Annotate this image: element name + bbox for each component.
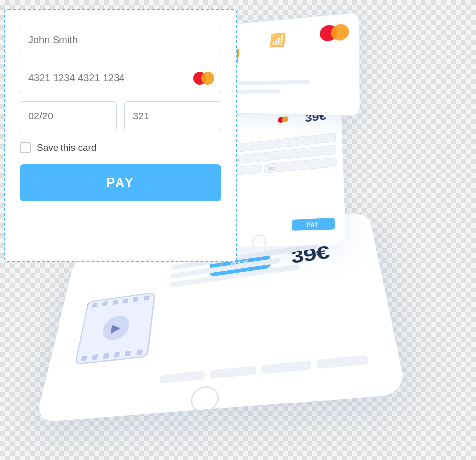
pbb-3 [262, 360, 311, 374]
film-hole-6 [144, 295, 150, 301]
phone-big-bottom-lines [160, 355, 369, 383]
film-hole-b1 [81, 355, 87, 361]
film-hole-1 [92, 302, 98, 307]
card-mc-orange [331, 24, 349, 41]
film-hole-b5 [125, 351, 131, 357]
mastercard-logo [193, 72, 214, 85]
film-holes-top [87, 293, 154, 310]
film-hole-4 [122, 298, 128, 303]
cvv-field [124, 101, 221, 131]
film-hole-5 [133, 297, 139, 302]
film-hole-2 [102, 301, 108, 306]
cvv-input[interactable] [124, 101, 221, 131]
card-mc-red [320, 24, 338, 42]
film-holes-bottom [76, 347, 148, 364]
film-hole-b4 [114, 352, 120, 358]
card-mastercard-logo [320, 24, 349, 42]
payment-form-panel: Save this card PAY [4, 9, 237, 262]
film-hole-b2 [92, 354, 98, 360]
card-nfc-icon: 📶 [269, 32, 286, 48]
film-hole-3 [112, 300, 118, 305]
save-card-checkbox[interactable] [20, 142, 31, 153]
film-hole-b3 [103, 353, 109, 359]
pbb-1 [160, 371, 205, 384]
card-number-input[interactable] [20, 63, 221, 93]
card-number-field [20, 63, 221, 93]
cardholder-field [20, 25, 221, 55]
pbb-2 [209, 366, 256, 379]
save-card-label: Save this card [37, 142, 96, 153]
expiry-input[interactable] [20, 101, 117, 131]
phone-big-play-icon: ▶ [101, 314, 131, 342]
cardholder-input[interactable] [20, 25, 221, 55]
pm-mc-orange [282, 116, 288, 122]
pay-button[interactable]: PAY [20, 164, 221, 201]
expiry-cvv-row [20, 101, 221, 139]
expiry-field [20, 101, 117, 131]
save-card-row: Save this card [20, 142, 221, 153]
phone-mid-pay-button: PAY [292, 218, 335, 231]
mc-orange-circle [201, 72, 214, 85]
phone-mid-mc [278, 116, 289, 123]
phone-big-thumbnail: ▶ [74, 292, 155, 365]
pbb-4 [316, 355, 369, 369]
film-hole-b6 [136, 349, 143, 355]
